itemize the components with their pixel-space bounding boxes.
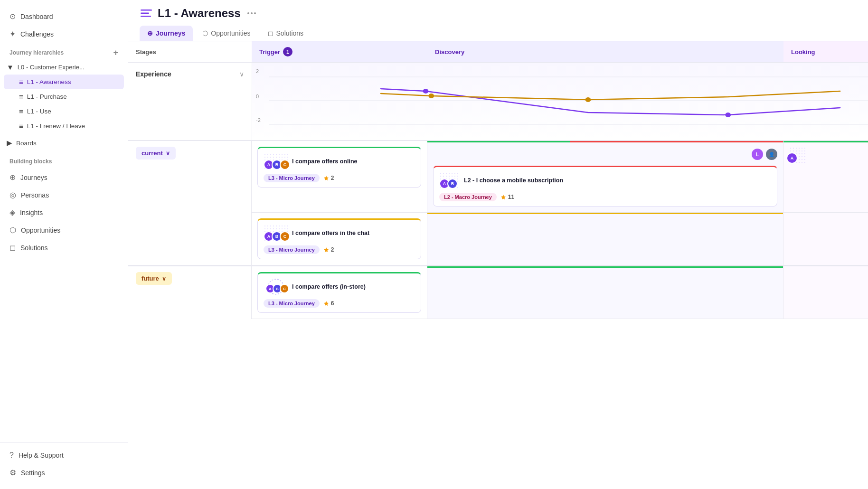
- journey-card-instore[interactable]: A B C I compare offers (in-store) L3 - M…: [257, 272, 421, 313]
- sidebar: ⊙ Dashboard ✦ Challenges Journey hierarc…: [0, 0, 128, 489]
- sidebar-item-insights[interactable]: ◈ Insights: [0, 204, 128, 221]
- page-title-icon: [140, 7, 153, 20]
- future-dropdown[interactable]: future ∨: [136, 272, 172, 285]
- journey-card-choose-mobile[interactable]: A B L2 - I choose a mobile subscription …: [433, 166, 777, 207]
- stages-header: Stages Trigger 1 Discovery Looking: [128, 41, 868, 63]
- badge-l3-chat: L3 - Micro Journey: [264, 245, 320, 254]
- card-title-compare-online: I compare offers online: [292, 158, 358, 165]
- future-looking-cell: [783, 266, 868, 319]
- main-content: L1 - Awareness ⊕ Journeys ⬡ Opportunitie…: [128, 0, 868, 489]
- more-menu-button[interactable]: [245, 10, 258, 16]
- experience-collapse-icon[interactable]: ∨: [239, 70, 244, 78]
- card-title-instore: I compare offers (in-store): [292, 283, 366, 290]
- tree-l1-use-label: L1 - Use: [27, 108, 51, 115]
- expand-icon: ▼: [7, 63, 14, 71]
- sidebar-item-personas[interactable]: ◎ Personas: [0, 186, 128, 204]
- tree-item-l1-use[interactable]: ≡ L1 - Use: [0, 104, 128, 119]
- tab-opportunities-icon: ⬡: [202, 29, 208, 37]
- tree-l1-purchase-label: L1 - Purchase: [27, 93, 67, 100]
- nav-dashboard[interactable]: ⊙ Dashboard: [0, 8, 128, 25]
- tree-item-l1-awareness[interactable]: ≡ L1 - Awareness: [4, 75, 124, 89]
- col-discovery: Discovery: [427, 41, 783, 63]
- tabs-row: ⊕ Journeys ⬡ Opportunities ◻ Solutions: [140, 26, 857, 41]
- content-area[interactable]: Stages Trigger 1 Discovery Looking Exper…: [128, 41, 868, 489]
- future-chevron-icon: ∨: [162, 275, 166, 282]
- chat-discovery-cell: [427, 213, 783, 265]
- svg-point-9: [585, 97, 591, 102]
- svg-rect-0: [141, 9, 152, 11]
- sidebar-bottom: ? Help & Support ⚙ Settings: [0, 442, 128, 481]
- journey-icon-renew: ≡: [19, 122, 23, 130]
- chat-looking-cell: [783, 213, 868, 265]
- future-label: future: [142, 275, 159, 282]
- journeys-nav-label: Journeys: [20, 174, 47, 181]
- current-dropdown[interactable]: current ∨: [136, 147, 176, 160]
- tab-solutions[interactable]: ◻ Solutions: [260, 26, 311, 41]
- sidebar-item-journeys[interactable]: ⊕ Journeys: [0, 169, 128, 186]
- tree-item-l1-purchase[interactable]: ≡ L1 - Purchase: [0, 89, 128, 104]
- sidebar-item-settings[interactable]: ⚙ Settings: [0, 464, 128, 481]
- sidebar-item-opportunities[interactable]: ⬡ Opportunities: [0, 221, 128, 239]
- col-stages: Stages: [128, 41, 252, 63]
- chat-row: A B C I compare offers in the chat L3 - …: [128, 213, 868, 265]
- nav-challenges[interactable]: ✦ Challenges: [0, 25, 128, 43]
- looking-column-current: A: [783, 141, 868, 213]
- badge-l2-mobile: L2 - Macro Journey: [439, 193, 497, 201]
- experience-label-cell: Experience ∨: [128, 63, 252, 141]
- add-hierarchy-button[interactable]: +: [113, 48, 118, 57]
- tree-item-l1-renew[interactable]: ≡ L1 - I renew / I leave: [0, 119, 128, 133]
- y-label-0: 0: [256, 94, 259, 99]
- tab-journeys-icon: ⊕: [147, 29, 153, 37]
- opportunities-nav-icon: ⬡: [9, 226, 16, 235]
- sidebar-item-help[interactable]: ? Help & Support: [0, 447, 128, 464]
- sidebar-item-solutions[interactable]: ◻ Solutions: [0, 239, 128, 256]
- badge-l3-online: L3 - Micro Journey: [264, 174, 320, 182]
- solutions-nav-label: Solutions: [20, 244, 48, 252]
- svg-marker-11: [501, 195, 506, 199]
- journey-icon-use: ≡: [19, 107, 23, 115]
- insights-online: 2: [323, 175, 334, 181]
- tree-l1-awareness-label: L1 - Awareness: [27, 78, 71, 85]
- tree-item-l0[interactable]: ▼ L0 - Customer Experie...: [0, 60, 128, 75]
- future-top-line: [427, 266, 783, 268]
- current-section: current ∨ A B: [128, 141, 868, 213]
- tree-item-boards[interactable]: ▶ Boards: [0, 135, 128, 150]
- trigger-badge: 1: [283, 47, 292, 56]
- svg-rect-1: [141, 13, 149, 14]
- svg-point-7: [725, 113, 731, 117]
- experience-label: Experience: [136, 70, 171, 78]
- journey-icon-purchase: ≡: [19, 93, 23, 101]
- journey-card-compare-online[interactable]: A B C I compare offers online L3 - Micro…: [257, 147, 421, 188]
- assignee-L: L: [752, 149, 763, 160]
- tree-l0-label: L0 - Customer Experie...: [18, 64, 85, 71]
- badge-l3-instore: L3 - Micro Journey: [264, 299, 320, 308]
- tab-opportunities[interactable]: ⬡ Opportunities: [195, 26, 258, 41]
- discovery-column-current: L 👤 A B L: [427, 141, 783, 213]
- help-label: Help & Support: [19, 451, 64, 459]
- journeys-nav-icon: ⊕: [9, 173, 16, 182]
- svg-marker-10: [324, 176, 329, 180]
- solutions-nav-icon: ◻: [9, 243, 16, 252]
- page-title-row: L1 - Awareness: [140, 7, 857, 20]
- boards-label: Boards: [16, 140, 37, 147]
- page-title: L1 - Awareness: [158, 7, 241, 20]
- svg-rect-2: [141, 16, 151, 17]
- challenges-icon: ✦: [9, 29, 16, 38]
- settings-label: Settings: [21, 469, 45, 477]
- tab-journeys[interactable]: ⊕ Journeys: [140, 26, 193, 41]
- nav-dashboard-label: Dashboard: [20, 13, 53, 20]
- boards-expand-icon: ▶: [7, 139, 12, 147]
- tab-solutions-label: Solutions: [276, 29, 304, 37]
- chat-label-cell: [128, 213, 252, 265]
- assignee-photo: 👤: [766, 149, 777, 160]
- col-looking: Looking: [783, 41, 868, 63]
- assignee-row-online: L 👤: [433, 147, 777, 162]
- journey-card-compare-chat[interactable]: A B C I compare offers in the chat L3 - …: [257, 218, 421, 259]
- tab-journeys-label: Journeys: [156, 29, 185, 37]
- future-discovery-cell: [427, 266, 783, 319]
- chart-cell: 2 0 -2: [252, 63, 868, 141]
- chat-top-line: [427, 213, 783, 214]
- trigger-column-current: A B C I compare offers online L3 - Micro…: [252, 141, 427, 213]
- insights-mobile: 11: [500, 194, 514, 200]
- current-label-cell: current ∨: [128, 141, 252, 213]
